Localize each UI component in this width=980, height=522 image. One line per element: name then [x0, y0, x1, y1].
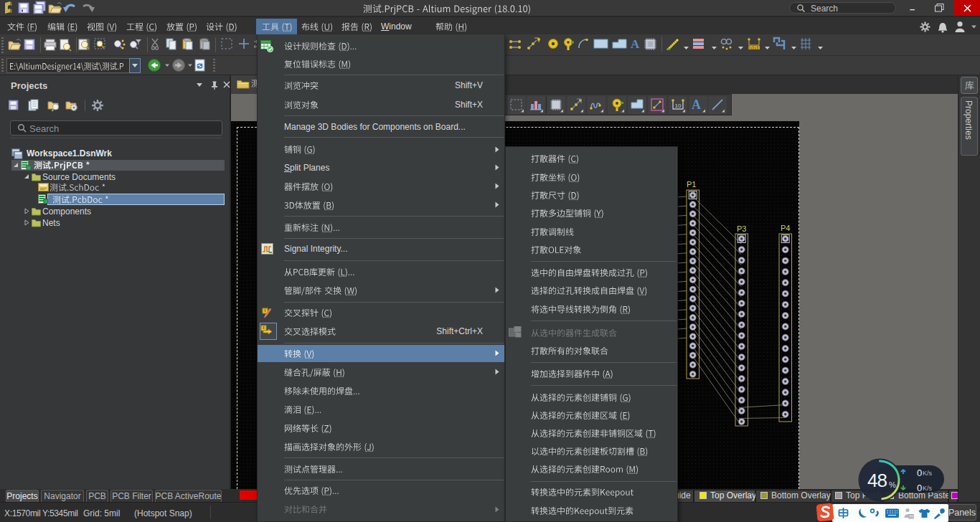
- svg-text:0: 0: [917, 483, 922, 492]
- svg-text:P4: P4: [781, 224, 790, 232]
- svg-text:P1: P1: [687, 180, 696, 189]
- svg-text:K/s: K/s: [923, 485, 933, 492]
- svg-text:K/s: K/s: [923, 470, 933, 477]
- svg-text:A: A: [692, 98, 701, 112]
- svg-text:%: %: [889, 480, 896, 489]
- svg-text:P3: P3: [737, 224, 746, 233]
- svg-text:A: A: [631, 37, 640, 51]
- svg-text:10: 10: [675, 103, 682, 109]
- svg-text:0: 0: [917, 468, 922, 478]
- svg-text:48: 48: [867, 470, 887, 491]
